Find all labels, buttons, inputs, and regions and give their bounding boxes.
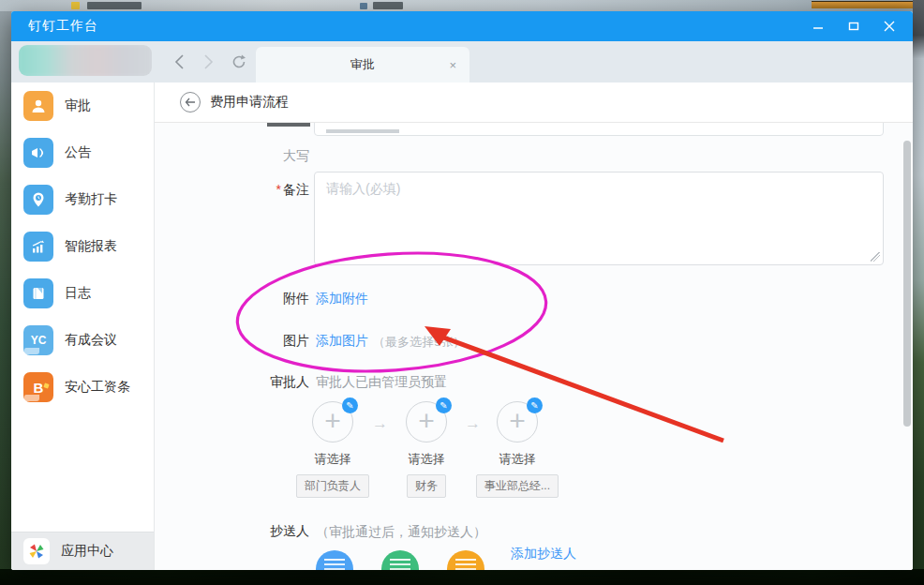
form-area: 大写 *备注 请输入(必填) 附件 添加附件 图片 添加图片 （最多选择9张） …	[155, 123, 913, 570]
scrollbar-thumb[interactable]	[903, 141, 911, 427]
desktop-icon-fragment	[87, 2, 142, 9]
main-panel: 费用申请流程 大写 *备注 请输入(必填) 附件	[155, 82, 913, 570]
sidebar-item-label: 审批	[65, 98, 91, 114]
cc-avatar[interactable]	[381, 550, 419, 570]
resize-grip[interactable]	[871, 252, 880, 262]
add-image-link[interactable]: 添加图片	[316, 333, 368, 350]
select-approver-button[interactable]: + ✎	[497, 401, 538, 442]
remark-label: *备注	[192, 182, 309, 199]
edit-pencil-badge: ✎	[342, 398, 358, 413]
remark-textarea[interactable]: 请输入(必填)	[314, 172, 884, 265]
cc-avatar[interactable]	[316, 550, 353, 570]
clipped-placeholder	[326, 129, 399, 133]
back-circle-icon[interactable]	[180, 92, 201, 112]
sidebar-item-meeting[interactable]: YC 有成会议	[11, 317, 154, 364]
desktop-app-icon	[360, 3, 367, 9]
sidebar-item-app-center[interactable]: 应用中心	[11, 532, 154, 570]
desktop-icon-fragment	[373, 2, 403, 9]
edit-pencil-badge: ✎	[436, 398, 452, 413]
sidebar-item-label: 有成会议	[65, 332, 117, 349]
clipped-amount-input[interactable]	[314, 123, 884, 136]
icon-ribbon	[24, 395, 39, 401]
cc-label: 抄送人	[192, 523, 309, 540]
select-approver-button[interactable]: + ✎	[406, 401, 447, 442]
sidebar-item-attendance[interactable]: 考勤打卡	[11, 176, 154, 223]
approver-label: 审批人	[192, 374, 309, 391]
payslip-b-icon: B	[23, 372, 53, 402]
log-notebook-icon	[23, 278, 53, 308]
window-titlebar: 钉钉工作台	[11, 11, 913, 41]
sidebar-item-label: 日志	[65, 285, 91, 302]
desktop-left-strip	[0, 11, 11, 585]
node-role-tag: 财务	[407, 474, 446, 498]
sidebar-item-report[interactable]: 智能报表	[11, 223, 154, 270]
sidebar: 审批 公告 考勤打卡 智能报表	[11, 82, 155, 570]
avatar-name-fragment	[324, 559, 345, 570]
clipped-field-label	[267, 123, 310, 127]
yc-meeting-icon: YC	[23, 325, 53, 355]
approver-hint: 审批人已由管理员预置	[316, 374, 447, 391]
desktop-folder-icon	[71, 2, 80, 9]
node-select-label: 请选择	[384, 451, 469, 468]
select-approver-button[interactable]: + ✎	[312, 401, 353, 442]
image-label: 图片	[192, 333, 309, 350]
image-limit-hint: （最多选择9张）	[373, 334, 465, 351]
plus-icon: +	[324, 407, 341, 435]
report-chart-icon	[23, 232, 53, 262]
plus-icon: +	[418, 407, 435, 435]
icon-spark	[43, 382, 49, 388]
approver-node: + ✎ 请选择 财务	[384, 401, 469, 498]
sidebar-item-announcement[interactable]: 公告	[11, 129, 154, 176]
approver-node: + ✎ 请选择 部门负责人	[291, 401, 375, 498]
dingtalk-window: 钉钉工作台 审批 ×	[11, 11, 913, 570]
sidebar-item-approval[interactable]: 审批	[11, 82, 154, 129]
sidebar-item-payslip[interactable]: B 安心工资条	[11, 364, 154, 411]
node-select-label: 请选择	[475, 451, 559, 468]
avatar-name-fragment	[455, 559, 476, 570]
uppercase-label: 大写	[192, 148, 309, 165]
tab-approval[interactable]: 审批 ×	[256, 47, 469, 82]
announcement-megaphone-icon	[23, 138, 53, 168]
page-title: 费用申请流程	[210, 94, 289, 111]
back-icon[interactable]	[169, 50, 189, 74]
close-button[interactable]	[879, 17, 900, 36]
cc-avatar[interactable]	[447, 550, 484, 570]
edit-pencil-badge: ✎	[527, 398, 543, 413]
add-cc-link[interactable]: 添加抄送人	[511, 546, 576, 562]
required-asterisk: *	[276, 182, 281, 197]
avatar-name-fragment	[390, 559, 410, 570]
tab-bar: 审批 ×	[11, 41, 913, 82]
sidebar-item-label: 安心工资条	[65, 379, 130, 396]
add-attachment-link[interactable]: 添加附件	[316, 291, 368, 308]
app-center-pinwheel-icon	[23, 538, 50, 564]
icon-ribbon	[24, 348, 39, 354]
sidebar-item-label: 公告	[65, 144, 91, 161]
sidebar-item-label: 智能报表	[65, 238, 117, 255]
window-title: 钉钉工作台	[28, 18, 98, 35]
cc-hint: （审批通过后，通知抄送人）	[316, 524, 486, 541]
sidebar-item-label: 考勤打卡	[65, 191, 117, 208]
tab-close-icon[interactable]: ×	[449, 59, 456, 71]
tab-label: 审批	[350, 56, 375, 73]
attachment-label: 附件	[192, 291, 309, 308]
sidebar-item-log[interactable]: 日志	[11, 270, 154, 317]
node-role-tag: 部门负责人	[296, 474, 369, 498]
refresh-icon[interactable]	[229, 50, 249, 74]
page-header: 费用申请流程	[155, 82, 913, 123]
approver-node: + ✎ 请选择 事业部总经...	[475, 401, 559, 498]
background-window-bar	[812, 1, 913, 8]
forward-icon[interactable]	[199, 50, 219, 74]
plus-icon: +	[509, 407, 526, 435]
node-role-tag: 事业部总经...	[476, 474, 559, 498]
minimize-button[interactable]	[808, 17, 828, 36]
remark-placeholder: 请输入(必填)	[326, 181, 400, 196]
approval-person-icon	[23, 91, 53, 121]
app-center-label: 应用中心	[61, 543, 113, 560]
desktop-top-strip	[0, 0, 924, 11]
maximize-button[interactable]	[843, 17, 864, 36]
blurred-account-area	[19, 45, 152, 76]
attendance-pin-icon	[23, 185, 53, 215]
node-select-label: 请选择	[291, 451, 375, 468]
desktop-bottom-strip	[0, 569, 924, 585]
desktop-right-strip	[913, 0, 924, 585]
